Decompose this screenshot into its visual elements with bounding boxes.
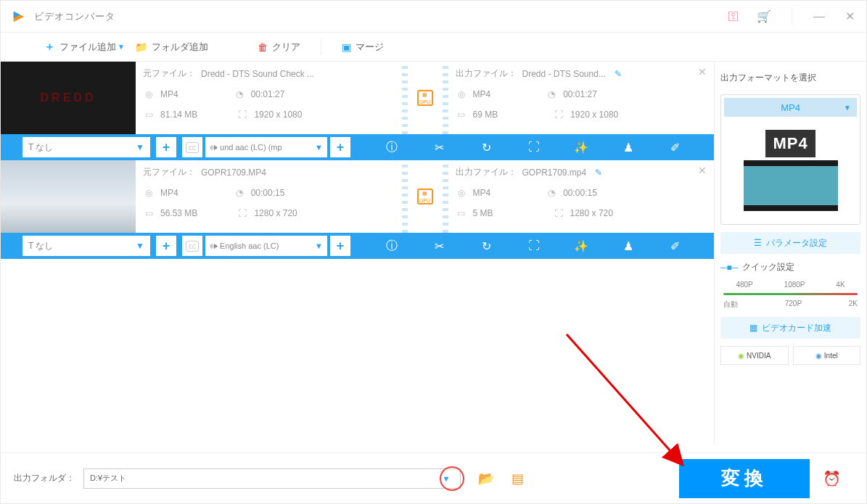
close-button[interactable]: ✕ [843, 9, 856, 23]
remove-item-button[interactable]: ✕ [698, 66, 707, 78]
intel-chip: ◉Intel [793, 346, 861, 365]
add-subtitle-button[interactable]: + [156, 137, 176, 157]
thumbnail[interactable] [1, 160, 136, 233]
source-info: 元ファイル：Dredd - DTS Sound Check ... ◎MP4 ◔… [136, 62, 402, 134]
clock-icon: ◔ [546, 187, 557, 199]
cut-icon[interactable]: ✂ [430, 239, 448, 253]
open-folder-button[interactable]: 📂 [478, 471, 494, 487]
output-format-header: 出力フォーマットを選択 [720, 72, 860, 84]
subtitle-select[interactable]: T なし▼ [22, 236, 150, 256]
plus-icon: ＋ [44, 40, 55, 54]
edit-name-button[interactable]: ✎ [615, 69, 622, 79]
source-info: 元ファイル：GOPR1709.MP4 ◎MP4 ◔00:00:15 ▭56.53… [136, 160, 402, 233]
footer: 出力フォルダ： D:¥テスト ▼ 📂 ▤ 変換 ⏰ [1, 453, 866, 503]
add-audio-button[interactable]: + [330, 236, 350, 256]
app-title: ビデオコンバータ [34, 10, 115, 23]
chevron-down-icon: ▼ [844, 104, 851, 112]
subtitle-select[interactable]: T なし▼ [22, 137, 150, 157]
nvidia-chip: ◉NVIDIA [720, 346, 789, 365]
folder-icon: ▭ [143, 207, 155, 219]
sliders-icon: ☰ [754, 238, 762, 248]
format-card[interactable]: MP4▼ MP4 [720, 94, 860, 225]
info-icon[interactable]: ⓘ [383, 239, 400, 254]
watermark-icon[interactable]: ♟ [620, 141, 637, 154]
cc-button[interactable]: cc [182, 137, 202, 157]
watermark-icon[interactable]: ♟ [620, 239, 637, 253]
trash-icon: 🗑 [258, 41, 268, 53]
clock-icon: ◔ [234, 88, 245, 100]
merge-button[interactable]: ▣ マージ [342, 41, 384, 54]
chevron-down-icon[interactable]: ▼ [118, 43, 125, 51]
output-info: ✕ 出力ファイル：GOPR1709.mp4✎ ◎MP4 ◔00:00:15 ▭5… [448, 160, 715, 233]
quick-settings-header: ─■─クイック設定 [720, 261, 860, 273]
format-icon: ◎ [456, 88, 467, 100]
cart-icon[interactable]: 🛒 [757, 9, 771, 23]
output-info: ✕ 出力ファイル：Dredd - DTS Sound...✎ ◎MP4 ◔00:… [448, 62, 715, 134]
item-action-row: T なし▼ + cc 🕪 English aac (LC)▼ + ⓘ ✂ ↻ ⛶… [1, 233, 714, 259]
remove-item-button[interactable]: ✕ [698, 165, 707, 176]
film-strip-icon [744, 160, 838, 211]
gpu-indicator: ▦ [402, 160, 448, 233]
clock-icon: ◔ [234, 187, 245, 199]
crop-icon[interactable]: ⛶ [525, 239, 543, 252]
effect-icon[interactable]: ✨ [572, 141, 590, 154]
edit-name-button[interactable]: ✎ [595, 168, 602, 178]
gpu-icon: ▦ [417, 90, 433, 106]
separator [321, 39, 321, 55]
sidebar: 出力フォーマットを選択 MP4▼ MP4 ☰パラメータ設定 ─■─クイック設定 … [714, 62, 866, 446]
queue-icon[interactable]: ▤ [511, 471, 524, 487]
resolution-icon: ⛶ [553, 109, 564, 120]
toolbar: ＋ ファイル追加 ▼ 📁 フォルダ追加 🗑 クリア ▣ マージ [1, 33, 866, 62]
rotate-icon[interactable]: ↻ [477, 141, 495, 154]
item-action-row: T なし▼ + cc 🕪 und aac (LC) (mp▼ + ⓘ ✂ ↻ ⛶… [1, 134, 714, 160]
file-list: DREDD 元ファイル：Dredd - DTS Sound Check ... … [1, 62, 714, 446]
minimize-button[interactable]: — [813, 10, 826, 23]
audio-select[interactable]: 🕪 und aac (LC) (mp▼ [205, 137, 327, 157]
output-folder-label: 出力フォルダ： [14, 472, 75, 484]
add-subtitle-button[interactable]: + [156, 236, 176, 256]
resolution-icon: ⛶ [553, 207, 564, 219]
titlebar: ビデオコンバータ ⚿ 🛒 — ✕ [1, 1, 866, 33]
path-dropdown-button[interactable]: ▼ [438, 471, 454, 487]
edit-icon[interactable]: ✐ [667, 239, 684, 253]
crop-icon[interactable]: ⛶ [525, 141, 543, 154]
clear-button[interactable]: 🗑 クリア [258, 41, 300, 54]
app-logo [11, 9, 27, 25]
key-icon[interactable]: ⚿ [728, 10, 739, 23]
format-select[interactable]: MP4▼ [724, 98, 857, 117]
effect-icon[interactable]: ✨ [572, 239, 590, 253]
merge-icon: ▣ [342, 41, 351, 53]
resolution-icon: ⛶ [237, 207, 248, 219]
format-preview: MP4 [724, 120, 857, 221]
schedule-button[interactable]: ⏰ [810, 459, 853, 498]
edit-icon[interactable]: ✐ [667, 141, 684, 154]
gpu-icon: ▦ [417, 189, 433, 205]
resolution-icon: ⛶ [237, 109, 248, 120]
file-item: DREDD 元ファイル：Dredd - DTS Sound Check ... … [1, 62, 714, 160]
parameter-settings-button[interactable]: ☰パラメータ設定 [720, 232, 860, 254]
resolution-slider[interactable]: 480P1080P4K 自動720P2K [720, 281, 860, 310]
add-audio-button[interactable]: + [330, 137, 350, 157]
convert-button[interactable]: 変換 [679, 459, 810, 498]
gpu-indicator: ▦ [402, 62, 448, 134]
hardware-accel-button[interactable]: ▦ビデオカード加速 [720, 317, 860, 339]
format-icon: ◎ [456, 187, 467, 199]
cut-icon[interactable]: ✂ [430, 141, 448, 154]
clock-icon: ◔ [546, 88, 557, 100]
folder-icon: ▭ [456, 207, 467, 219]
format-icon: ◎ [143, 187, 155, 199]
divider [792, 9, 792, 25]
annotation-circle [440, 466, 464, 491]
add-file-button[interactable]: ＋ ファイル追加 ▼ [44, 40, 125, 54]
rotate-icon[interactable]: ↻ [477, 239, 495, 253]
folder-plus-icon: 📁 [135, 41, 147, 53]
audio-select[interactable]: 🕪 English aac (LC)▼ [205, 236, 327, 256]
add-folder-button[interactable]: 📁 フォルダ追加 [135, 41, 208, 54]
output-path-input[interactable]: D:¥テスト ▼ [83, 468, 461, 489]
cc-button[interactable]: cc [182, 236, 202, 256]
chip-icon: ▦ [749, 323, 757, 333]
thumbnail[interactable]: DREDD [1, 62, 136, 134]
format-icon: ◎ [143, 88, 155, 100]
info-icon[interactable]: ⓘ [383, 140, 400, 155]
folder-icon: ▭ [143, 109, 155, 120]
